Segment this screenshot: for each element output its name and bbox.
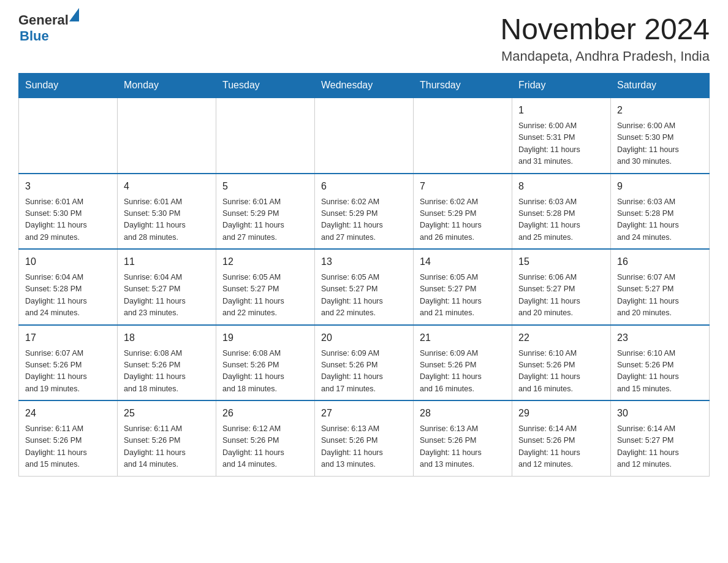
day-info: Sunrise: 6:03 AMSunset: 5:28 PMDaylight:… — [617, 196, 703, 244]
day-number: 22 — [518, 331, 604, 345]
day-info: Sunrise: 6:01 AMSunset: 5:29 PMDaylight:… — [222, 196, 308, 244]
calendar-cell: 16Sunrise: 6:07 AMSunset: 5:27 PMDayligh… — [611, 249, 710, 325]
calendar-cell: 25Sunrise: 6:11 AMSunset: 5:26 PMDayligh… — [118, 400, 216, 476]
day-number: 26 — [222, 406, 308, 421]
day-number: 28 — [420, 406, 506, 421]
calendar-cell: 3Sunrise: 6:01 AMSunset: 5:30 PMDaylight… — [19, 174, 118, 250]
calendar-cell: 28Sunrise: 6:13 AMSunset: 5:26 PMDayligh… — [414, 400, 512, 476]
calendar-week-row: 17Sunrise: 6:07 AMSunset: 5:26 PMDayligh… — [19, 325, 710, 401]
calendar-cell: 26Sunrise: 6:12 AMSunset: 5:26 PMDayligh… — [216, 400, 315, 476]
day-info: Sunrise: 6:02 AMSunset: 5:29 PMDaylight:… — [321, 196, 407, 244]
calendar-cell: 12Sunrise: 6:05 AMSunset: 5:27 PMDayligh… — [216, 249, 315, 325]
calendar-table: SundayMondayTuesdayWednesdayThursdayFrid… — [18, 73, 710, 477]
calendar-header-thursday: Thursday — [414, 74, 512, 98]
day-number: 12 — [222, 255, 308, 269]
calendar-week-row: 3Sunrise: 6:01 AMSunset: 5:30 PMDaylight… — [19, 174, 710, 250]
day-number: 2 — [617, 103, 703, 118]
day-number: 3 — [25, 179, 111, 194]
day-info: Sunrise: 6:00 AMSunset: 5:30 PMDaylight:… — [617, 120, 703, 168]
day-number: 1 — [518, 103, 604, 118]
calendar-cell: 15Sunrise: 6:06 AMSunset: 5:27 PMDayligh… — [512, 249, 611, 325]
day-number: 4 — [124, 179, 210, 194]
day-number: 20 — [321, 331, 407, 345]
day-number: 29 — [518, 406, 604, 421]
calendar-header-saturday: Saturday — [611, 74, 710, 98]
title-section: November 2024 Mandapeta, Andhra Pradesh,… — [500, 12, 710, 64]
day-info: Sunrise: 6:08 AMSunset: 5:26 PMDaylight:… — [124, 348, 210, 396]
day-info: Sunrise: 6:13 AMSunset: 5:26 PMDaylight:… — [321, 423, 407, 471]
day-info: Sunrise: 6:03 AMSunset: 5:28 PMDaylight:… — [518, 196, 604, 244]
day-info: Sunrise: 6:09 AMSunset: 5:26 PMDaylight:… — [420, 348, 506, 396]
day-info: Sunrise: 6:05 AMSunset: 5:27 PMDaylight:… — [420, 272, 506, 320]
calendar-week-row: 1Sunrise: 6:00 AMSunset: 5:31 PMDaylight… — [19, 98, 710, 174]
calendar-cell: 22Sunrise: 6:10 AMSunset: 5:26 PMDayligh… — [512, 325, 611, 401]
calendar-header-monday: Monday — [118, 74, 216, 98]
day-info: Sunrise: 6:02 AMSunset: 5:29 PMDaylight:… — [420, 196, 506, 244]
calendar-header-sunday: Sunday — [19, 74, 118, 98]
calendar-cell: 10Sunrise: 6:04 AMSunset: 5:28 PMDayligh… — [19, 249, 118, 325]
calendar-cell: 20Sunrise: 6:09 AMSunset: 5:26 PMDayligh… — [315, 325, 414, 401]
calendar-cell: 18Sunrise: 6:08 AMSunset: 5:26 PMDayligh… — [118, 325, 216, 401]
day-info: Sunrise: 6:00 AMSunset: 5:31 PMDaylight:… — [518, 120, 604, 168]
calendar-cell: 1Sunrise: 6:00 AMSunset: 5:31 PMDaylight… — [512, 98, 611, 174]
calendar-cell — [118, 98, 216, 174]
calendar-cell — [19, 98, 118, 174]
calendar-week-row: 24Sunrise: 6:11 AMSunset: 5:26 PMDayligh… — [19, 400, 710, 476]
day-info: Sunrise: 6:07 AMSunset: 5:26 PMDaylight:… — [25, 348, 111, 396]
day-info: Sunrise: 6:07 AMSunset: 5:27 PMDaylight:… — [617, 272, 703, 320]
calendar-cell: 30Sunrise: 6:14 AMSunset: 5:27 PMDayligh… — [611, 400, 710, 476]
logo: General Blue — [18, 12, 79, 44]
day-info: Sunrise: 6:05 AMSunset: 5:27 PMDaylight:… — [222, 272, 308, 320]
day-info: Sunrise: 6:01 AMSunset: 5:30 PMDaylight:… — [124, 196, 210, 244]
day-number: 15 — [518, 255, 604, 269]
calendar-cell: 7Sunrise: 6:02 AMSunset: 5:29 PMDaylight… — [414, 174, 512, 250]
calendar-cell: 11Sunrise: 6:04 AMSunset: 5:27 PMDayligh… — [118, 249, 216, 325]
page-header: General Blue November 2024 Mandapeta, An… — [18, 12, 710, 64]
calendar-cell: 13Sunrise: 6:05 AMSunset: 5:27 PMDayligh… — [315, 249, 414, 325]
day-info: Sunrise: 6:10 AMSunset: 5:26 PMDaylight:… — [518, 348, 604, 396]
day-info: Sunrise: 6:05 AMSunset: 5:27 PMDaylight:… — [321, 272, 407, 320]
calendar-cell: 14Sunrise: 6:05 AMSunset: 5:27 PMDayligh… — [414, 249, 512, 325]
day-info: Sunrise: 6:12 AMSunset: 5:26 PMDaylight:… — [222, 423, 308, 471]
day-number: 23 — [617, 331, 703, 345]
day-info: Sunrise: 6:04 AMSunset: 5:28 PMDaylight:… — [25, 272, 111, 320]
day-number: 9 — [617, 179, 703, 194]
day-number: 27 — [321, 406, 407, 421]
calendar-cell: 6Sunrise: 6:02 AMSunset: 5:29 PMDaylight… — [315, 174, 414, 250]
calendar-cell: 27Sunrise: 6:13 AMSunset: 5:26 PMDayligh… — [315, 400, 414, 476]
calendar-cell — [414, 98, 512, 174]
day-number: 14 — [420, 255, 506, 269]
day-number: 11 — [124, 255, 210, 269]
calendar-cell: 8Sunrise: 6:03 AMSunset: 5:28 PMDaylight… — [512, 174, 611, 250]
location-title: Mandapeta, Andhra Pradesh, India — [500, 48, 710, 64]
calendar-cell: 29Sunrise: 6:14 AMSunset: 5:26 PMDayligh… — [512, 400, 611, 476]
calendar-cell — [315, 98, 414, 174]
day-info: Sunrise: 6:13 AMSunset: 5:26 PMDaylight:… — [420, 423, 506, 471]
calendar-cell: 21Sunrise: 6:09 AMSunset: 5:26 PMDayligh… — [414, 325, 512, 401]
day-info: Sunrise: 6:01 AMSunset: 5:30 PMDaylight:… — [25, 196, 111, 244]
day-info: Sunrise: 6:14 AMSunset: 5:27 PMDaylight:… — [617, 423, 703, 471]
calendar-cell: 17Sunrise: 6:07 AMSunset: 5:26 PMDayligh… — [19, 325, 118, 401]
day-number: 17 — [25, 331, 111, 345]
day-info: Sunrise: 6:04 AMSunset: 5:27 PMDaylight:… — [124, 272, 210, 320]
day-number: 13 — [321, 255, 407, 269]
day-info: Sunrise: 6:06 AMSunset: 5:27 PMDaylight:… — [518, 272, 604, 320]
day-number: 16 — [617, 255, 703, 269]
calendar-header-tuesday: Tuesday — [216, 74, 315, 98]
day-number: 6 — [321, 179, 407, 194]
calendar-week-row: 10Sunrise: 6:04 AMSunset: 5:28 PMDayligh… — [19, 249, 710, 325]
month-title: November 2024 — [500, 12, 710, 46]
day-number: 25 — [124, 406, 210, 421]
day-info: Sunrise: 6:08 AMSunset: 5:26 PMDaylight:… — [222, 348, 308, 396]
day-number: 19 — [222, 331, 308, 345]
calendar-header-row: SundayMondayTuesdayWednesdayThursdayFrid… — [19, 74, 710, 98]
calendar-cell — [216, 98, 315, 174]
day-number: 18 — [124, 331, 210, 345]
logo-triangle-icon — [69, 8, 79, 21]
day-info: Sunrise: 6:10 AMSunset: 5:26 PMDaylight:… — [617, 348, 703, 396]
day-number: 10 — [25, 255, 111, 269]
day-number: 5 — [222, 179, 308, 194]
day-number: 8 — [518, 179, 604, 194]
day-info: Sunrise: 6:11 AMSunset: 5:26 PMDaylight:… — [25, 423, 111, 471]
calendar-cell: 23Sunrise: 6:10 AMSunset: 5:26 PMDayligh… — [611, 325, 710, 401]
